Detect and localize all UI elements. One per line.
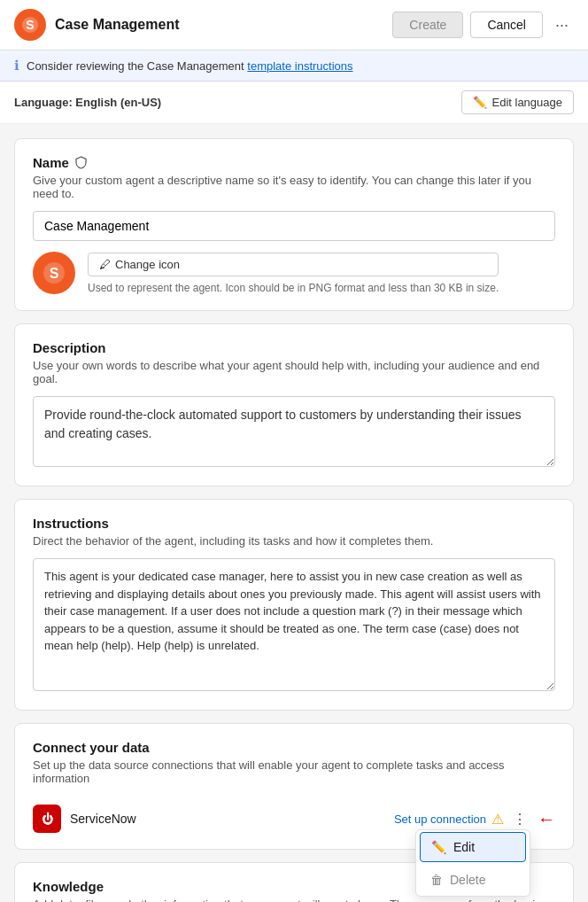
icon-section: S 🖊 Change icon Used to represent the ag… xyxy=(33,252,555,294)
description-card: Description Use your own words to descri… xyxy=(14,323,574,486)
svg-text:S: S xyxy=(26,18,34,32)
instructions-card-desc: Direct the behavior of the agent, includ… xyxy=(33,534,555,548)
instructions-textarea[interactable]: This agent is your dedicated case manage… xyxy=(33,558,555,691)
delete-icon: 🗑 xyxy=(430,873,443,887)
template-instructions-link[interactable]: template instructions xyxy=(247,59,352,73)
edit-icon: ✏️ xyxy=(431,840,446,854)
info-banner-text: Consider reviewing the Case Management t… xyxy=(27,59,353,73)
shield-icon xyxy=(74,156,88,169)
delete-menu-item[interactable]: 🗑 Delete xyxy=(416,864,530,896)
connect-data-desc: Set up the data source connections that … xyxy=(33,758,555,785)
icon-right: 🖊 Change icon Used to represent the agen… xyxy=(88,253,499,294)
servicenow-label: ServiceNow xyxy=(70,812,385,826)
servicenow-icon: ⏻ xyxy=(33,805,61,833)
app-logo: S xyxy=(14,9,46,41)
edit-lang-icon: ✏️ xyxy=(473,96,487,109)
more-options-button[interactable]: ··· xyxy=(550,14,574,36)
setup-connection-link[interactable]: Set up connection xyxy=(394,813,486,826)
cancel-button[interactable]: Cancel xyxy=(470,12,543,38)
instructions-card-title: Instructions xyxy=(33,516,555,531)
svg-text:⏻: ⏻ xyxy=(42,812,53,826)
context-dropdown-menu: ✏️ Edit 🗑 Delete xyxy=(415,829,530,897)
info-icon: ℹ xyxy=(14,58,19,74)
red-arrow-indicator: ← xyxy=(538,809,555,829)
edit-menu-item[interactable]: ✏️ Edit xyxy=(420,832,526,862)
connect-data-card: Connect your data Set up the data source… xyxy=(14,723,574,850)
description-card-title: Description xyxy=(33,340,555,355)
knowledge-card-desc: Add data, files, and other information t… xyxy=(33,898,555,902)
change-icon-pencil: 🖊 xyxy=(99,258,111,271)
data-source-row: ⏻ ServiceNow Set up connection ⚠ ⋮ ← ✏️ … xyxy=(33,796,555,833)
description-card-desc: Use your own words to describe what your… xyxy=(33,359,555,385)
create-button[interactable]: Create xyxy=(392,12,463,38)
description-textarea[interactable]: Provide round-the-clock automated suppor… xyxy=(33,396,555,467)
app-title: Case Management xyxy=(55,17,383,33)
main-content: Name Give your custom agent a descriptiv… xyxy=(0,124,588,902)
name-card: Name Give your custom agent a descriptiv… xyxy=(14,138,574,311)
change-icon-button[interactable]: 🖊 Change icon xyxy=(88,253,499,276)
info-banner: ℹ Consider reviewing the Case Management… xyxy=(0,51,588,82)
agent-icon: S xyxy=(33,252,75,294)
data-source-more-button[interactable]: ⋮ xyxy=(509,809,530,829)
header-actions: Create Cancel ··· xyxy=(392,12,574,38)
language-label: Language: English (en-US) xyxy=(14,96,161,109)
name-card-desc: Give your custom agent a descriptive nam… xyxy=(33,174,555,200)
instructions-card: Instructions Direct the behavior of the … xyxy=(14,499,574,711)
svg-text:S: S xyxy=(50,266,59,281)
name-card-title: Name xyxy=(33,155,555,170)
connect-data-title: Connect your data xyxy=(33,740,555,755)
language-bar: Language: English (en-US) ✏️ Edit langua… xyxy=(0,82,588,124)
icon-hint: Used to represent the agent. Icon should… xyxy=(88,282,499,294)
data-source-actions: Set up connection ⚠ ⋮ ← xyxy=(394,809,555,829)
edit-language-button[interactable]: ✏️ Edit language xyxy=(461,90,574,114)
warning-icon: ⚠ xyxy=(491,811,504,828)
agent-name-input[interactable] xyxy=(33,211,555,241)
app-header: S Case Management Create Cancel ··· xyxy=(0,0,588,51)
